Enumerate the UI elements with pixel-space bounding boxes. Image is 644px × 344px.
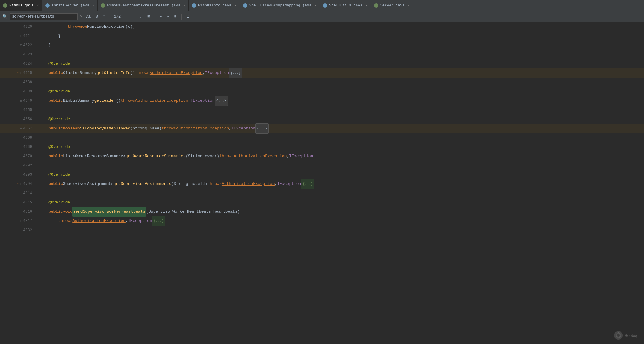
tab-label-thrift: ThriftServer.java: [52, 3, 89, 8]
line-number-4815: 4815: [0, 198, 36, 207]
tab-bar: Nimbus.java × ThriftServer.java × Nimbus…: [0, 0, 644, 11]
regex-button[interactable]: *: [101, 14, 106, 19]
search-bar: 🔍 × Aa W * 1/2 ↑ ↓ ⊡ ⇤ ⇥ ⊞ ⊿: [0, 11, 644, 22]
line-number-4670: ↑ 4670: [0, 152, 36, 161]
tab-label-shellutils: ShellUtils.java: [329, 3, 362, 8]
code-line-4655: 4655: [0, 105, 644, 115]
next-occurrence-button[interactable]: ⇥: [166, 14, 171, 19]
line-code-4622: }: [36, 41, 644, 50]
line-code-4817: throws AuthorizationException, TExceptio…: [36, 216, 644, 226]
wrap-button[interactable]: ⊡: [146, 14, 151, 19]
tab-label-nimbus: Nimbus.java: [9, 3, 34, 8]
match-word-button[interactable]: W: [94, 14, 99, 19]
search-icon: 🔍: [2, 14, 7, 19]
code-line-4792: 4792: [0, 161, 644, 170]
search-match-highlight: sendSupervisorWorkerHeartbeats: [72, 207, 146, 217]
code-line-4668: 4668: [0, 133, 644, 142]
search-separator2: [155, 14, 155, 20]
line-number-4623: 4623: [0, 50, 36, 59]
line-number-4639: 4639: [0, 87, 36, 96]
line-code-4669: @Override: [36, 142, 644, 152]
tab-close-thrift[interactable]: ×: [92, 4, 94, 7]
line-code-4621: }: [36, 31, 644, 41]
search-counter: 1/2: [114, 14, 126, 19]
code-editor: 4620 throw new RuntimeException(e); ⊟ 46…: [0, 22, 644, 344]
line-number-4817: ⊞ 4817: [0, 216, 36, 226]
line-number-4792: 4792: [0, 161, 36, 170]
line-code-4625: public ClusterSummary getClusterInfo() t…: [36, 68, 644, 78]
code-line-4816: ↑ 4816 public void sendSupervisorWorkerH…: [0, 207, 644, 216]
line-number-4620: 4620: [0, 22, 36, 31]
line-number-4656: 4656: [0, 115, 36, 124]
tab-shell-groups[interactable]: ShellBasedGroupsMapping.java ×: [240, 0, 320, 11]
seebug-label: Seebug: [625, 333, 638, 338]
code-line-4640: ↑ ⊞ 4640 public NimbusSummary getLeader(…: [0, 96, 644, 105]
line-number-4622: ⊟ 4622: [0, 41, 36, 50]
search-clear-button[interactable]: ×: [80, 14, 83, 19]
code-line-4625: ↑ ⊞ 4625 public ClusterSummary getCluste…: [0, 68, 644, 78]
fold-icon-4817[interactable]: ⊞: [20, 219, 22, 223]
filter-button[interactable]: ⊿: [185, 14, 191, 19]
tab-label-heartbeats: NimbusHeartbeatsPressureTest.java: [107, 3, 180, 8]
search-next-button[interactable]: ↓: [138, 14, 144, 20]
line-code-4657: public boolean isTopologyNameAllowed(Str…: [36, 124, 644, 133]
fold-icon-4622[interactable]: ⊟: [20, 43, 22, 47]
line-number-4624: 4624: [0, 59, 36, 68]
fold-icon-4625[interactable]: ⊞: [20, 71, 22, 75]
tab-thrift-server[interactable]: ThriftServer.java ×: [42, 0, 98, 11]
tab-icon-nimbus: [3, 3, 7, 8]
line-code-4792: [36, 161, 644, 170]
arrow-icon-4816: ↑: [20, 210, 22, 214]
code-line-4794: ↑ ⊞ 4794 public SupervisorAssignments ge…: [0, 179, 644, 189]
tab-nimbus-java[interactable]: Nimbus.java ×: [0, 0, 42, 11]
arrow-icon-4640: ↑: [17, 99, 19, 103]
line-number-4640: ↑ ⊞ 4640: [0, 96, 36, 105]
search-prev-button[interactable]: ↑: [129, 14, 135, 20]
highlight-button[interactable]: ⊞: [173, 14, 178, 19]
line-number-4793: 4793: [0, 170, 36, 179]
line-number-4657: ↑ ⊞ 4657: [0, 124, 36, 133]
line-code-4655: [36, 105, 644, 115]
line-code-4814: [36, 189, 644, 198]
tab-nimbus-info[interactable]: NimbusInfo.java ×: [189, 0, 240, 11]
tab-close-server[interactable]: ×: [408, 4, 410, 7]
code-line-4814: 4814: [0, 189, 644, 198]
line-code-4639: @Override: [36, 87, 644, 96]
match-case-button[interactable]: Aa: [85, 14, 92, 19]
tab-icon-shellutils: [323, 3, 327, 8]
fold-icon-4657[interactable]: ⊞: [20, 127, 22, 130]
svg-line-3: [620, 333, 620, 333]
prev-occurrence-button[interactable]: ⇤: [159, 14, 163, 19]
line-code-4656: @Override: [36, 115, 644, 124]
code-content: 4620 throw new RuntimeException(e); ⊟ 46…: [0, 22, 644, 344]
fold-icon-4640[interactable]: ⊞: [20, 99, 22, 103]
tab-close-shellgroups[interactable]: ×: [314, 4, 316, 7]
tab-close-nimbus[interactable]: ×: [37, 4, 39, 7]
arrow-icon-4657: ↑: [17, 127, 19, 130]
code-line-4621: ⊟ 4621 }: [0, 31, 644, 41]
line-code-4640: public NimbusSummary getLeader() throws …: [36, 96, 644, 105]
code-line-4622: ⊟ 4622 }: [0, 41, 644, 50]
line-number-4625: ↑ ⊞ 4625: [0, 68, 36, 78]
fold-icon-4794[interactable]: ⊞: [20, 182, 22, 186]
fold-icon-4621[interactable]: ⊟: [20, 34, 22, 38]
tab-shell-utils[interactable]: ShellUtils.java ×: [320, 0, 371, 11]
code-line-4657: ↑ ⊞ 4657 public boolean isTopologyNameAl…: [0, 124, 644, 133]
svg-line-4: [617, 333, 617, 333]
tab-icon-thrift: [45, 3, 50, 8]
tab-close-shellutils[interactable]: ×: [365, 4, 368, 7]
search-input[interactable]: [10, 13, 78, 20]
tab-icon-shellgroups: [243, 3, 247, 8]
tab-nimbus-heartbeats[interactable]: NimbusHeartbeatsPressureTest.java ×: [98, 0, 189, 11]
tab-server[interactable]: Server.java ×: [371, 0, 413, 11]
code-line-4815: 4815 @Override: [0, 198, 644, 207]
tab-close-nimbusinfo[interactable]: ×: [234, 4, 237, 7]
seebug-logo-icon: [614, 331, 623, 340]
code-line-4656: 4656 @Override: [0, 115, 644, 124]
tab-label-nimbusinfo: NimbusInfo.java: [198, 3, 231, 8]
line-code-4832: [36, 226, 644, 235]
line-number-4794: ↑ ⊞ 4794: [0, 179, 36, 189]
tab-close-heartbeats[interactable]: ×: [184, 4, 186, 7]
arrow-icon-4625: ↑: [17, 71, 19, 75]
line-number-4669: 4669: [0, 142, 36, 152]
